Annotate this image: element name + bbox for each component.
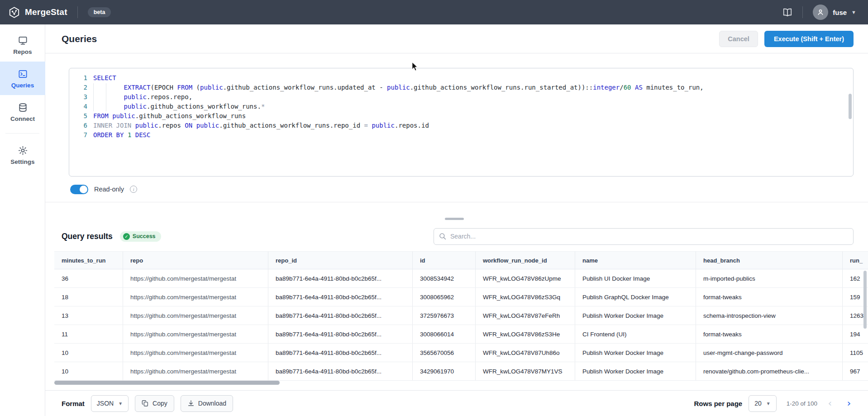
table-cell: user-mgmt-change-password: [696, 344, 843, 362]
database-icon: [18, 102, 28, 113]
sidebar-label-queries: Queries: [11, 82, 34, 89]
code-line[interactable]: 1SELECT: [69, 73, 853, 83]
next-page-button[interactable]: ›: [843, 397, 855, 410]
column-header-run_: run_: [843, 251, 868, 269]
line-number: 5: [69, 111, 87, 121]
table-cell: 10: [54, 344, 123, 362]
table-cell: CI Frontend (UI): [575, 325, 696, 343]
code-line[interactable]: 2 EXTRACT(EPOCH FROM (public.github_acti…: [69, 83, 853, 92]
brand-name: MergeStat: [25, 7, 67, 17]
footer-bar: Format JSON ▼ Copy Download Rows per p: [45, 390, 868, 416]
table-cell: Publish Worker Docker Image: [575, 344, 696, 362]
sidebar-item-queries[interactable]: Queries: [0, 62, 45, 95]
chevron-down-icon: ▼: [118, 401, 123, 406]
table-cell: ba89b771-6e4a-4911-80bd-b0c2b65f...: [268, 344, 413, 362]
readonly-toggle[interactable]: [70, 185, 88, 194]
table-cell: 10: [54, 362, 123, 380]
sidebar-item-settings[interactable]: Settings: [0, 138, 45, 172]
table-row: 10https://github.com/mergestat/mergestat…: [54, 344, 868, 362]
download-label: Download: [198, 400, 226, 407]
table-cell: WFR_kwLOG478V87eFeRh: [476, 306, 575, 325]
username: fuse: [833, 9, 847, 16]
navbar-divider: [77, 6, 78, 18]
sidebar-item-connect[interactable]: Connect: [0, 95, 45, 129]
table-cell: 3008066014: [413, 325, 476, 343]
column-header-workflow_run_node_id: workflow_run_node_id: [476, 251, 575, 269]
gear-icon: [18, 145, 28, 156]
editor-vertical-scrollbar[interactable]: [849, 94, 852, 119]
table-cell: format-tweaks: [696, 288, 843, 306]
search-input[interactable]: [434, 228, 854, 245]
line-number: 3: [69, 92, 87, 102]
table-cell: ba89b771-6e4a-4911-80bd-b0c2b65f...: [268, 325, 413, 343]
table-cell: format-tweaks: [696, 325, 843, 343]
table-cell: 3565670056: [413, 344, 476, 362]
main-content: Queries Cancel Execute (Shift + Enter) 1…: [45, 24, 868, 416]
prev-page-button[interactable]: ‹: [824, 397, 836, 410]
line-number: 6: [69, 121, 87, 130]
check-circle-icon: ✓: [123, 233, 130, 240]
page-header: Queries Cancel Execute (Shift + Enter): [45, 24, 868, 53]
top-navbar: MergeStat beta fuse ▼: [0, 0, 868, 24]
table-cell: renovate/github.com-prometheus-clie...: [696, 362, 843, 380]
line-number: 7: [69, 130, 87, 140]
search-icon: [439, 232, 447, 242]
sidebar-item-repos[interactable]: Repos: [0, 28, 45, 62]
page-title: Queries: [62, 33, 97, 44]
code-line[interactable]: 5FROM public.github_actions_workflow_run…: [69, 111, 853, 121]
table-row: 11https://github.com/mergestat/mergestat…: [54, 325, 868, 344]
code-line[interactable]: 4 public.github_actions_workflow_runs.*: [69, 102, 853, 111]
table-cell: Publish Worker Docker Image: [575, 306, 696, 325]
table-header-row: minutes_to_runreporepo_ididworkflow_run_…: [54, 251, 868, 269]
table-cell: 13: [54, 306, 123, 325]
code-area[interactable]: 1SELECT2 EXTRACT(EPOCH FROM (public.gith…: [69, 68, 853, 176]
table-row: 13https://github.com/mergestat/mergestat…: [54, 306, 868, 325]
sql-editor[interactable]: 1SELECT2 EXTRACT(EPOCH FROM (public.gith…: [69, 68, 854, 177]
column-header-minutes_to_run: minutes_to_run: [54, 251, 123, 269]
format-select[interactable]: JSON ▼: [91, 395, 129, 412]
table-cell: ba89b771-6e4a-4911-80bd-b0c2b65f...: [268, 288, 413, 306]
table-cell: Publish UI Docker Image: [575, 269, 696, 287]
brand: MergeStat: [8, 6, 67, 19]
table-cell: ba89b771-6e4a-4911-80bd-b0c2b65f...: [268, 362, 413, 380]
user-menu[interactable]: fuse ▼: [813, 5, 856, 20]
sidebar: Repos Queries Connect Settings: [0, 24, 45, 416]
column-header-head_branch: head_branch: [696, 251, 843, 269]
table-cell: schema-introspection-view: [696, 306, 843, 325]
sidebar-label-repos: Repos: [13, 48, 32, 55]
code-line[interactable]: 3 public.repos.repo,: [69, 92, 853, 102]
table-cell: WFR_kwLOG478V86zS3Gq: [476, 288, 575, 306]
code-line[interactable]: 7ORDER BY 1 DESC: [69, 130, 853, 140]
execute-button[interactable]: Execute (Shift + Enter): [764, 31, 854, 47]
line-number: 1: [69, 73, 87, 83]
table-horizontal-scrollbar[interactable]: [54, 381, 280, 385]
table-row: 36https://github.com/mergestat/mergestat…: [54, 269, 868, 288]
docs-book-icon[interactable]: [782, 7, 792, 17]
column-header-repo: repo: [123, 251, 268, 269]
table-row: 10https://github.com/mergestat/mergestat…: [54, 362, 868, 381]
download-button[interactable]: Download: [181, 395, 233, 412]
cancel-button[interactable]: Cancel: [719, 31, 758, 47]
table-cell: WFR_kwLOG478V86zS3He: [476, 325, 575, 343]
table-body: 36https://github.com/mergestat/mergestat…: [54, 269, 868, 381]
table-cell: m-imported-publics: [696, 269, 843, 287]
table-cell: https://github.com/mergestat/mergestat: [123, 362, 268, 380]
panel-resize-handle[interactable]: [445, 218, 464, 220]
table-cell: 3725976673: [413, 306, 476, 325]
code-line[interactable]: 6INNER JOIN public.repos ON public.githu…: [69, 121, 853, 130]
table-cell: Publish GraphQL Docker Image: [575, 288, 696, 306]
rows-per-page-select[interactable]: 20 ▼: [749, 395, 776, 412]
rows-per-page-label: Rows per page: [694, 400, 743, 407]
table-cell: WFR_kwLOG478V87Uh86o: [476, 344, 575, 362]
column-header-id: id: [413, 251, 476, 269]
copy-button[interactable]: Copy: [135, 395, 174, 412]
table-cell: 3008065962: [413, 288, 476, 306]
table-cell: 3008534942: [413, 269, 476, 287]
sidebar-label-settings: Settings: [10, 158, 34, 165]
line-number: 2: [69, 83, 87, 92]
table-cell: https://github.com/mergestat/mergestat: [123, 325, 268, 343]
table-vertical-scrollbar[interactable]: [863, 271, 867, 329]
readonly-label: Read-only: [94, 186, 124, 193]
sidebar-divider: [5, 133, 39, 134]
pagination-range: 1-20 of 100: [787, 400, 817, 407]
